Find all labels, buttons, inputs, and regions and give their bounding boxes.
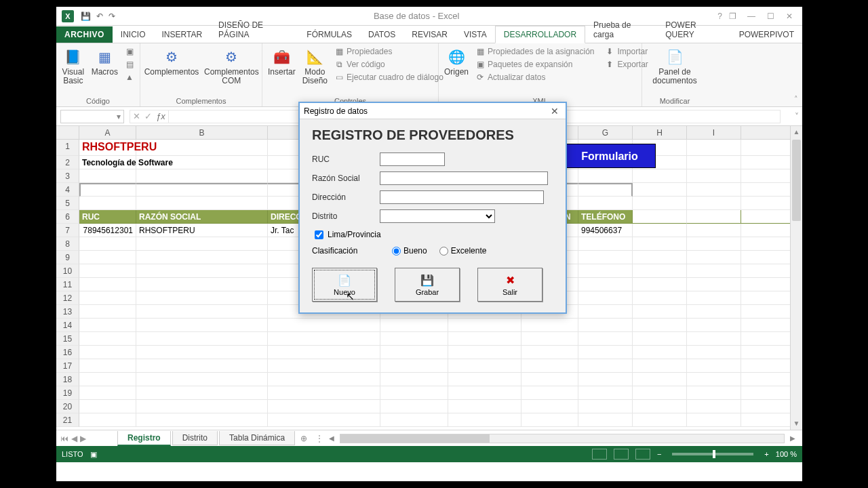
maximize-icon[interactable]: ☐ <box>763 12 778 21</box>
minimize-icon[interactable]: — <box>744 12 759 21</box>
hscroll-left-icon[interactable]: ◀ <box>326 434 337 442</box>
tab-nav-first-icon[interactable]: ⏮ <box>60 434 68 443</box>
complementos-com-button[interactable]: ⚙Complementos COM <box>203 46 260 87</box>
razon-social-input[interactable] <box>380 171 548 185</box>
tab-prueba[interactable]: Prueba de carga <box>585 17 657 43</box>
confirm-entry-icon[interactable]: ✓ <box>144 111 152 121</box>
insertar-control-button[interactable]: 🧰Insertar <box>267 46 297 78</box>
cancel-entry-icon[interactable]: ✕ <box>133 111 140 121</box>
zoom-level[interactable]: 100 % <box>776 450 797 458</box>
ribbon-collapse-icon[interactable]: ˄ <box>794 95 798 104</box>
sheet-tab-distrito[interactable]: Distrito <box>172 431 218 445</box>
tab-insertar[interactable]: INSERTAR <box>154 26 211 43</box>
propiedades-button[interactable]: ▦Propiedades <box>333 46 445 57</box>
complementos-button[interactable]: ⚙Complementos <box>144 46 199 78</box>
paquetes-expansion-button[interactable]: ▣Paquetes de expansión <box>474 59 595 70</box>
ruc-input[interactable] <box>380 152 445 166</box>
grabar-button[interactable]: 💾Grabar <box>395 268 460 302</box>
dialog-close-icon[interactable]: ✕ <box>548 106 561 117</box>
horizontal-scrollbar[interactable] <box>340 434 785 443</box>
macro-record-status-icon[interactable]: ▣ <box>90 450 97 459</box>
zoom-in-icon[interactable]: + <box>764 450 768 458</box>
sheet-tab-registro[interactable]: Registro <box>117 431 171 446</box>
label-razon: Razón Social <box>312 174 380 183</box>
ejecutar-dialogo-button[interactable]: ▭Ejecutar cuadro de diálogo <box>333 72 445 83</box>
origen-button[interactable]: 🌐Origen <box>443 46 470 78</box>
qat-save-icon[interactable]: 💾 <box>81 12 91 21</box>
hscroll-right-icon[interactable]: ▶ <box>787 434 798 442</box>
add-sheet-icon[interactable]: ⊕ <box>296 434 311 443</box>
dialog-title: Registro de datos <box>304 106 548 116</box>
scroll-up-icon[interactable]: ▲ <box>791 126 802 138</box>
qat-undo-icon[interactable]: ↶ <box>96 12 103 21</box>
zoom-out-icon[interactable]: − <box>657 450 661 458</box>
clasificacion-bueno-radio[interactable] <box>392 247 401 256</box>
label-dist: Distrito <box>312 211 380 221</box>
close-x-icon: ✖ <box>506 274 515 287</box>
direccion-input[interactable] <box>380 190 544 204</box>
scroll-down-icon[interactable]: ▼ <box>791 418 802 430</box>
col-header[interactable]: I <box>687 126 741 139</box>
col-header[interactable]: H <box>633 126 687 139</box>
sheet-subtitle: Tecnología de Software <box>79 156 136 169</box>
cell-ruc[interactable]: 78945612301 <box>79 224 136 237</box>
group-label-codigo: Código <box>60 96 136 105</box>
view-normal-icon[interactable] <box>592 449 607 460</box>
table-header-razon: RAZÓN SOCIAL <box>136 210 268 224</box>
col-header[interactable]: B <box>136 126 268 139</box>
formulario-button[interactable]: Formulario <box>564 144 656 168</box>
tab-diseno[interactable]: DISEÑO DE PÁGINA <box>210 17 298 43</box>
tab-desarrollador[interactable]: DESARROLLADOR <box>495 26 585 43</box>
view-page-break-icon[interactable] <box>635 449 650 460</box>
sheet-tab-tabla-dinamica[interactable]: Tabla Dinámica <box>219 431 295 445</box>
new-file-icon: 📄 <box>338 274 351 287</box>
tab-vista[interactable]: VISTA <box>456 26 495 43</box>
record-macro-icon[interactable]: ▣ <box>123 46 136 57</box>
panel-documentos-button[interactable]: 📄Panel de documentos <box>646 46 703 87</box>
status-ready: LISTO <box>62 450 83 458</box>
label-ruc: RUC <box>312 155 380 164</box>
close-icon[interactable]: ✕ <box>782 12 797 21</box>
table-header-tel: TELÉFONO <box>578 210 633 224</box>
tab-formulas[interactable]: FÓRMULAS <box>298 26 360 43</box>
tab-file[interactable]: ARCHIVO <box>56 26 113 43</box>
view-page-layout-icon[interactable] <box>614 449 629 460</box>
lima-provincia-checkbox[interactable] <box>315 230 323 239</box>
fx-icon[interactable]: ƒx <box>156 111 165 121</box>
tab-nav-prev-icon[interactable]: ◀ <box>71 434 77 443</box>
zoom-slider[interactable] <box>672 453 753 455</box>
salir-button[interactable]: ✖Salir <box>477 268 542 302</box>
chevron-down-icon[interactable]: ▾ <box>117 112 121 121</box>
qat-redo-icon[interactable]: ↷ <box>108 12 115 21</box>
tab-powerpivot[interactable]: POWERPIVOT <box>731 26 802 43</box>
prop-asignacion-button[interactable]: ▦Propiedades de la asignación <box>474 46 595 57</box>
scroll-thumb[interactable] <box>792 140 801 221</box>
select-all-corner[interactable] <box>56 126 79 139</box>
save-icon: 💾 <box>420 274 434 287</box>
nuevo-button[interactable]: 📄Nuevo <box>312 268 377 302</box>
row-header[interactable]: 1 <box>56 140 79 156</box>
distrito-select[interactable] <box>380 209 495 223</box>
row-header[interactable]: 2 <box>56 156 79 169</box>
formula-bar-expand-icon[interactable]: ˅ <box>791 112 802 121</box>
tab-powerquery[interactable]: POWER QUERY <box>657 17 730 43</box>
clasificacion-excelente-radio[interactable] <box>439 247 448 256</box>
tab-revisar[interactable]: REVISAR <box>403 26 456 43</box>
name-box[interactable]: ▾ <box>60 110 124 123</box>
tab-nav-next-icon[interactable]: ▶ <box>80 434 86 443</box>
visual-basic-button[interactable]: 📘Visual Basic <box>60 46 86 87</box>
tab-datos[interactable]: DATOS <box>360 26 403 43</box>
cell-tel[interactable]: 994506637 <box>578 224 633 237</box>
vertical-scrollbar[interactable]: ▲ ▼ <box>790 126 802 430</box>
ver-codigo-button[interactable]: ⧉Ver código <box>333 59 445 70</box>
relative-ref-icon[interactable]: ▤ <box>123 59 136 70</box>
ribbon-desarrollador: 📘Visual Basic ▦Macros ▣ ▤ ▲ Código ⚙Comp… <box>56 43 802 107</box>
tab-inicio[interactable]: INICIO <box>113 26 154 43</box>
actualizar-datos-button[interactable]: ⟳Actualizar datos <box>474 72 595 83</box>
cell-razon[interactable]: RHSOFTPERU <box>136 224 268 237</box>
col-header[interactable]: A <box>79 126 136 139</box>
modo-diseno-button[interactable]: 📐Modo Diseño <box>301 46 329 87</box>
col-header[interactable]: G <box>578 126 633 139</box>
macros-button[interactable]: ▦Macros <box>90 46 119 78</box>
macro-security-icon[interactable]: ▲ <box>123 72 136 83</box>
